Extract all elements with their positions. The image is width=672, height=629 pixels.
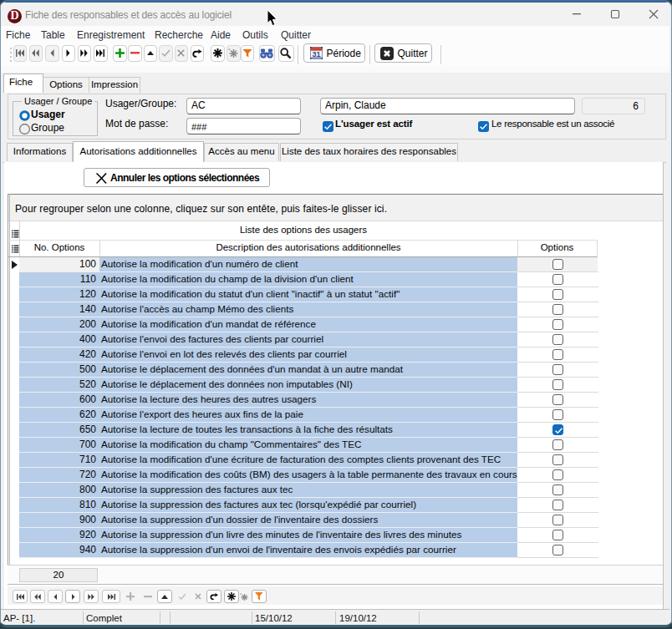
svg-text:31: 31 (312, 50, 320, 58)
